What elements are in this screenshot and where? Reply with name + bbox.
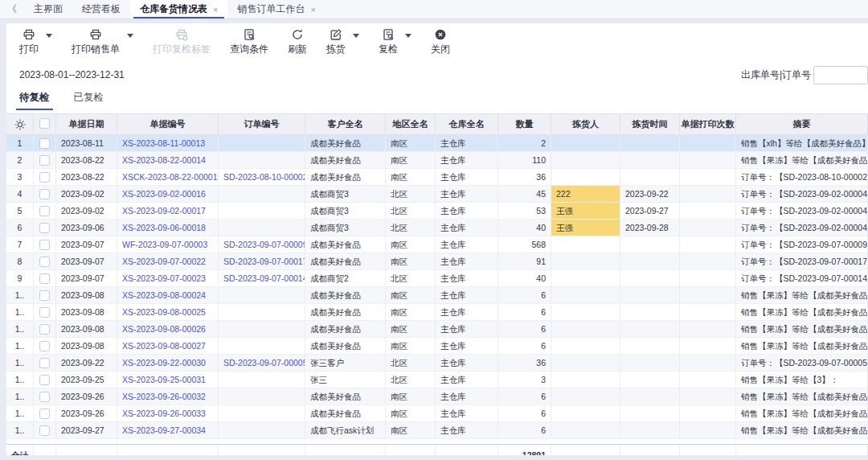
table-row[interactable]: 1..2023-09-27XS-2023-09-27-00034成都飞行ask计… [6,422,868,439]
table-row[interactable]: 22023-08-22XS-2023-08-22-00014成都美好食品南区主仓… [6,152,868,169]
table-row[interactable]: 1..2023-09-08XS-2023-09-08-00025成都美好食品南区… [6,304,868,321]
refresh-button[interactable]: 刷新 [288,28,307,56]
table-row[interactable]: 12023-08-11XS-2023-08-11-00013成都美好食品南区主仓… [6,135,868,152]
recheck-button-group: 复检 [379,28,411,56]
order-no-link[interactable]: SD-2023-09-07-00014 [219,270,305,286]
column-header-4[interactable]: 地区全名 [386,114,436,134]
chevron-down-icon[interactable] [46,34,52,38]
order-no-link[interactable]: SD-2023-09-07-00005 [219,355,305,371]
table-row[interactable]: 72023-09-07WF-2023-09-07-00003SD-2023-09… [6,236,868,253]
doc-no-link[interactable]: XS-2023-09-08-00026 [117,321,219,337]
customer-cell: 成都美好食品 [305,304,386,320]
doc-date-cell: 2023-09-08 [56,338,117,354]
doc-no-link[interactable]: XS-2023-08-11-00013 [117,135,219,151]
table-row[interactable]: 1..2023-09-08XS-2023-09-08-00027成都美好食品南区… [6,338,868,355]
recheck-button[interactable]: 复检 [379,28,398,56]
row-checkbox[interactable] [39,358,50,368]
column-settings-button[interactable] [6,114,34,134]
row-checkbox[interactable] [39,307,50,318]
doc-no-link[interactable]: XS-2023-09-22-00030 [117,355,219,371]
table-row[interactable]: 1..2023-09-26XS-2023-09-26-00033成都美好食品南区… [6,405,868,422]
row-checkbox[interactable] [39,409,50,419]
column-header-8[interactable]: 拣货时间 [620,114,680,134]
doc-no-link[interactable]: XS-2023-09-02-00017 [117,203,219,219]
tab-pending-recheck[interactable]: 待复检 [19,91,50,110]
close-tab-icon[interactable]: × [310,5,315,14]
select-all-checkbox[interactable] [39,118,50,129]
chevron-down-icon[interactable] [405,34,411,38]
column-header-6[interactable]: 数量 [498,114,551,134]
doc-no-link[interactable]: XS-2023-09-07-00022 [117,253,219,269]
column-header-10[interactable]: 摘要 [736,114,868,134]
doc-no-link[interactable]: XS-2023-08-22-00014 [117,152,219,168]
column-header-9[interactable]: 单据打印次数 [680,114,736,134]
tab-rechecked[interactable]: 已复检 [74,91,104,110]
row-checkbox[interactable] [39,425,50,436]
doc-no-link[interactable]: XS-2023-09-08-00027 [117,338,219,354]
collapse-tabs-icon[interactable]: 《 [0,0,24,18]
tab-business-dashboard[interactable]: 经营看板 [72,0,130,18]
tab-main[interactable]: 主界面 [24,0,72,18]
row-checkbox[interactable] [39,324,50,335]
row-checkbox[interactable] [39,240,50,250]
table-row[interactable]: 62023-09-06XS-2023-09-06-00018成都商贸3北区主仓库… [6,220,868,236]
table-row[interactable]: 32023-08-22XSCK-2023-08-22-00001SD-2023-… [6,169,868,186]
doc-no-link[interactable]: XS-2023-09-02-00016 [117,186,219,202]
table-row[interactable]: 1..2023-09-25XS-2023-09-25-00031张三北区主仓库3… [6,372,868,388]
column-header-5[interactable]: 仓库全名 [436,114,498,134]
chevron-down-icon[interactable] [353,34,359,38]
table-row[interactable]: 82023-09-07XS-2023-09-07-00022SD-2023-09… [6,253,868,270]
print-sales-order-button[interactable]: 打印销售单 [72,28,120,56]
column-header-7[interactable]: 拣货人 [551,114,620,134]
pick-button[interactable]: 拣货 [326,28,346,56]
doc-no-link[interactable]: XS-2023-09-26-00032 [117,388,219,405]
table-row[interactable]: 42023-09-02XS-2023-09-02-00016成都商贸3北区主仓库… [6,186,868,203]
search-input[interactable] [813,66,868,84]
table-row[interactable]: 1..2023-09-08XS-2023-09-08-00024成都美好食品南区… [6,287,868,304]
column-header-0[interactable]: 单据日期 [56,114,117,134]
row-checkbox[interactable] [39,273,50,284]
table-header-row: 单据日期单据编号订单编号客户全名地区全名仓库全名数量拣货人拣货时间单据打印次数摘… [6,113,868,135]
doc-no-link[interactable]: XS-2023-09-27-00034 [117,422,219,438]
doc-no-link[interactable]: XS-2023-09-08-00024 [117,287,219,303]
row-checkbox[interactable] [39,155,50,166]
doc-no-link[interactable]: XS-2023-09-25-00031 [117,372,219,388]
row-checkbox[interactable] [39,257,50,267]
print-button[interactable]: 打印 [19,28,39,56]
close-button[interactable]: 关闭 [431,28,450,56]
table-row[interactable]: 1..2023-09-22XS-2023-09-22-00030SD-2023-… [6,355,868,372]
column-header-3[interactable]: 客户全名 [305,114,386,134]
doc-no-link[interactable]: XS-2023-09-06-00018 [117,220,219,236]
doc-no-link[interactable]: XS-2023-09-08-00025 [117,304,219,320]
order-no-link[interactable]: SD-2023-09-07-00017 [219,253,305,269]
row-checkbox[interactable] [39,290,50,301]
tab-label: 仓库备货情况表 [140,2,207,16]
row-checkbox[interactable] [39,172,50,183]
doc-no-link[interactable]: XSCK-2023-08-22-00001 [117,169,219,185]
table-row[interactable]: 1..2023-09-26XS-2023-09-26-00032成都美好食品南区… [6,388,868,405]
order-no-link[interactable]: SD-2023-08-10-00002 [219,169,305,185]
tab-warehouse-stock-report[interactable]: 仓库备货情况表× [130,0,227,18]
order-no-link[interactable]: SD-2023-09-07-00009 [219,236,305,253]
row-checkbox[interactable] [39,189,50,199]
query-conditions-button[interactable]: 查询条件 [230,28,268,56]
close-tab-icon[interactable]: × [213,5,218,14]
doc-no-link[interactable]: XS-2023-09-26-00033 [117,405,219,421]
column-header-1[interactable]: 单据编号 [117,114,219,134]
table-row[interactable]: 1..2023-09-08XS-2023-09-08-00026成都美好食品南区… [6,321,868,338]
row-checkbox[interactable] [39,206,50,216]
doc-no-link[interactable]: XS-2023-09-07-00023 [117,270,219,286]
row-checkbox[interactable] [39,392,50,402]
table-row[interactable]: 92023-09-07XS-2023-09-07-00023SD-2023-09… [6,270,868,287]
tab-sales-order-workbench[interactable]: 销售订单工作台× [227,0,325,18]
row-checkbox[interactable] [39,375,50,385]
column-header-2[interactable]: 订单编号 [219,114,305,134]
row-checkbox[interactable] [39,138,50,149]
chevron-down-icon[interactable] [127,34,133,38]
customer-cell: 成都美好食品 [305,169,386,185]
row-checkbox[interactable] [39,341,50,351]
row-checkbox[interactable] [39,223,50,233]
table-row[interactable]: 52023-09-02XS-2023-09-02-00017成都商贸3北区主仓库… [6,203,868,220]
doc-no-link[interactable]: WF-2023-09-07-00003 [117,236,219,253]
pick-time-cell: 2023-09-22 [620,186,680,202]
